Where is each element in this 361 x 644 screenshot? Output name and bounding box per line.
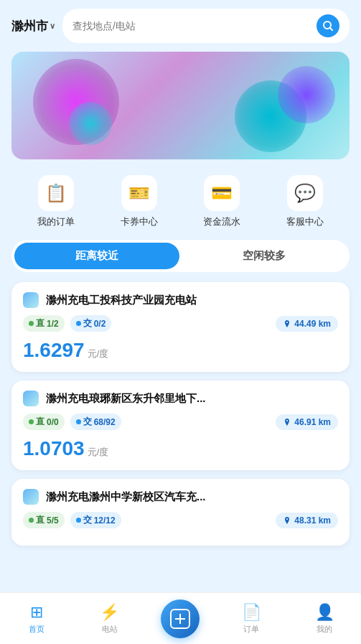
ac-badge-1: 交 0/2 <box>70 315 112 332</box>
quick-item-support[interactable]: 💬 客服中心 <box>286 175 324 228</box>
bottom-nav: ⊞ 首页 ⚡ 电站 📄 订单 👤 我的 <box>0 592 361 644</box>
station-meta-1: 直 1/2 交 0/2 44.49 km <box>23 315 338 332</box>
tab-available[interactable]: 空闲较多 <box>182 243 347 269</box>
chevron-down-icon: ∨ <box>50 22 55 31</box>
banner <box>11 52 350 159</box>
ac-label-3: 交 <box>83 514 92 526</box>
dc-label-3: 直 <box>36 514 44 526</box>
nav-orders[interactable]: 📄 订单 <box>230 603 273 635</box>
orders-label: 我的订单 <box>37 215 75 228</box>
ac-dot-icon-3 <box>76 518 81 523</box>
city-name: 滁州市 <box>11 18 48 34</box>
dc-count-2: 0/0 <box>47 417 59 427</box>
orders-nav-label: 订单 <box>243 624 259 635</box>
mine-label: 我的 <box>317 624 332 635</box>
ac-dot-icon-2 <box>76 419 81 424</box>
distance-value-3: 48.31 km <box>294 515 331 526</box>
station-label: 电站 <box>102 624 118 635</box>
price-row-2: 1.0703 元/度 <box>23 437 338 460</box>
station-meta-2: 直 0/0 交 68/92 46.91 km <box>23 414 338 430</box>
dc-label: 直 <box>36 317 44 330</box>
ac-badge-2: 交 68/92 <box>70 414 121 430</box>
station-card-2[interactable]: 滁州充电琅琊新区东升邻里地下... 直 0/0 交 68/92 46.91 km… <box>11 381 350 470</box>
banner-inner <box>11 52 350 159</box>
price-unit-2: 元/度 <box>88 446 109 459</box>
ac-label-2: 交 <box>83 416 92 428</box>
ac-count-2: 68/92 <box>94 417 116 427</box>
search-bar[interactable] <box>62 9 350 43</box>
ac-count-1: 0/2 <box>94 319 106 329</box>
nav-mine[interactable]: 👤 我的 <box>303 603 346 635</box>
nav-station[interactable]: ⚡ 电站 <box>88 603 131 635</box>
station-card-1[interactable]: 滁州充电工投科技产业园充电站 直 1/2 交 0/2 44.49 km 1.62… <box>11 282 350 372</box>
quick-item-cards[interactable]: 🎫 卡券中心 <box>121 175 158 228</box>
dc-badge-3: 直 5/5 <box>23 512 65 528</box>
station-dot-icon <box>23 292 39 308</box>
dc-dot-icon-3 <box>29 518 34 523</box>
quick-item-orders[interactable]: 📋 我的订单 <box>37 175 75 228</box>
station-dot-icon-2 <box>23 391 39 406</box>
station-header-1: 滁州充电工投科技产业园充电站 <box>23 292 338 308</box>
ac-count-3: 12/12 <box>94 515 116 526</box>
location-icon-3 <box>283 516 291 525</box>
dc-badge-1: 直 1/2 <box>23 315 65 332</box>
dc-dot-icon-2 <box>29 419 34 424</box>
distance-badge-3: 48.31 km <box>276 513 338 528</box>
quick-actions: 📋 我的订单 🎫 卡券中心 💳 资金流水 💬 客服中心 <box>0 168 361 240</box>
cards-icon: 🎫 <box>121 175 157 211</box>
funds-label: 资金流水 <box>203 215 240 228</box>
orders-icon: 📋 <box>38 175 74 211</box>
banner-blob-3 <box>278 66 335 123</box>
price-row-1: 1.6297 元/度 <box>23 339 338 362</box>
svg-line-1 <box>330 28 333 31</box>
filter-tabs: 距离较近 空闲较多 <box>11 240 350 272</box>
distance-value-2: 46.91 km <box>294 417 331 427</box>
support-icon: 💬 <box>287 175 323 211</box>
station-name-1: 滁州充电工投科技产业园充电站 <box>46 294 197 307</box>
price-unit-1: 元/度 <box>88 347 109 360</box>
home-label: 首页 <box>29 624 44 635</box>
price-value-2: 1.0703 <box>23 437 85 460</box>
ac-label: 交 <box>83 317 92 330</box>
ac-badge-3: 交 12/12 <box>70 512 121 528</box>
cards-label: 卡券中心 <box>121 215 158 228</box>
scan-icon <box>170 609 190 629</box>
home-icon: ⊞ <box>30 603 43 622</box>
station-card-3[interactable]: 滁州充电滁州中学新校区汽车充... 直 5/5 交 12/12 48.31 km <box>11 479 350 546</box>
ac-dot-icon <box>76 321 81 326</box>
search-icon <box>322 20 334 32</box>
funds-icon: 💳 <box>204 175 240 211</box>
location-icon-2 <box>283 418 291 426</box>
orders-nav-icon: 📄 <box>242 603 261 622</box>
station-dot-icon-3 <box>23 489 39 505</box>
quick-item-funds[interactable]: 💳 资金流水 <box>203 175 240 228</box>
distance-badge-1: 44.49 km <box>276 316 338 332</box>
nav-scan-button[interactable] <box>161 599 200 638</box>
dc-label-2: 直 <box>36 416 44 428</box>
station-header-3: 滁州充电滁州中学新校区汽车充... <box>23 489 338 505</box>
station-meta-3: 直 5/5 交 12/12 48.31 km <box>23 512 338 528</box>
tab-nearest[interactable]: 距离较近 <box>14 243 179 269</box>
banner-blob-4 <box>69 102 112 145</box>
dc-count-3: 5/5 <box>47 515 59 526</box>
station-name-2: 滁州充电琅琊新区东升邻里地下... <box>46 392 206 406</box>
price-value-1: 1.6297 <box>23 339 85 362</box>
mine-icon: 👤 <box>315 603 334 622</box>
search-input[interactable] <box>72 20 311 32</box>
city-selector[interactable]: 滁州市 ∨ <box>11 18 55 34</box>
search-button[interactable] <box>317 14 339 37</box>
station-name-3: 滁州充电滁州中学新校区汽车充... <box>46 490 206 504</box>
nav-home[interactable]: ⊞ 首页 <box>15 603 58 635</box>
location-icon <box>283 319 291 328</box>
header: 滁州市 ∨ <box>0 0 361 52</box>
distance-badge-2: 46.91 km <box>276 414 338 430</box>
dc-dot-icon <box>29 321 34 326</box>
station-icon: ⚡ <box>100 603 119 622</box>
dc-count-1: 1/2 <box>47 319 59 329</box>
distance-value-1: 44.49 km <box>294 319 331 329</box>
dc-badge-2: 直 0/0 <box>23 414 65 430</box>
support-label: 客服中心 <box>286 215 324 228</box>
stations-list: 滁州充电工投科技产业园充电站 直 1/2 交 0/2 44.49 km 1.62… <box>0 282 361 610</box>
station-header-2: 滁州充电琅琊新区东升邻里地下... <box>23 391 338 406</box>
